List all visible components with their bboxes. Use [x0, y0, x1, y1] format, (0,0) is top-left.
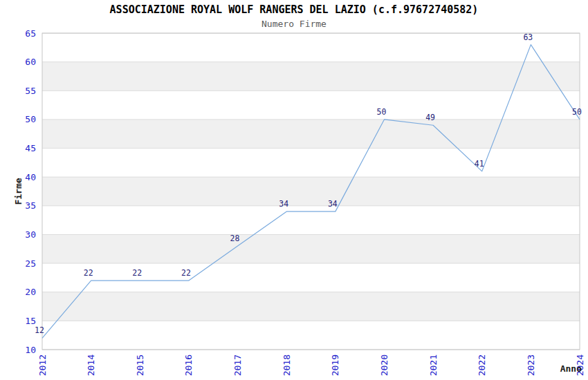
- data-point-label: 34: [328, 199, 338, 209]
- data-point-label: 22: [181, 268, 191, 278]
- chart-canvas: 1015202530354045505560652012201420152016…: [0, 0, 588, 380]
- y-tick-label: 15: [25, 316, 36, 326]
- data-point-label: 28: [230, 234, 240, 243]
- x-tick-label: 2023: [526, 354, 536, 376]
- line-chart: ASSOCIAZIONE ROYAL WOLF RANGERS DEL LAZI…: [0, 0, 588, 380]
- y-tick-label: 30: [25, 229, 36, 240]
- y-tick-label: 60: [25, 57, 36, 67]
- y-tick-label: 20: [25, 287, 36, 297]
- x-tick-label: 2019: [330, 354, 340, 376]
- y-tick-label: 10: [25, 345, 36, 355]
- y-axis-label: Firme: [13, 178, 24, 205]
- plot-band: [42, 177, 580, 206]
- data-point-label: 22: [132, 268, 142, 278]
- y-tick-label: 40: [25, 172, 36, 182]
- x-tick-label: 2017: [232, 354, 243, 376]
- x-tick-label: 2016: [183, 354, 194, 376]
- y-tick-label: 55: [25, 86, 36, 96]
- data-point-label: 50: [572, 107, 582, 117]
- x-tick-label: 2021: [428, 354, 439, 376]
- x-tick-label: 2018: [282, 354, 292, 376]
- data-point-label: 22: [84, 268, 93, 278]
- plot-band: [42, 234, 580, 263]
- y-tick-label: 65: [25, 28, 36, 39]
- x-tick-label: 2012: [37, 354, 48, 376]
- x-tick-label: 2014: [86, 354, 96, 376]
- x-tick-label: 2022: [477, 354, 487, 376]
- plot-band: [42, 292, 580, 321]
- y-tick-label: 25: [25, 258, 36, 269]
- data-point-label: 34: [279, 199, 288, 209]
- y-tick-label: 45: [25, 143, 36, 153]
- x-axis-label: Anno: [560, 363, 582, 374]
- data-point-label: 49: [425, 113, 435, 122]
- data-point-label: 50: [377, 107, 387, 117]
- y-tick-label: 50: [25, 114, 36, 124]
- x-tick-label: 2015: [135, 354, 145, 376]
- plot-band: [42, 62, 580, 91]
- data-point-label: 41: [475, 159, 484, 169]
- x-tick-label: 2020: [379, 354, 389, 376]
- plot-band: [42, 120, 580, 149]
- data-point-label: 12: [35, 325, 44, 335]
- y-tick-label: 35: [25, 200, 36, 211]
- data-point-label: 63: [523, 32, 533, 42]
